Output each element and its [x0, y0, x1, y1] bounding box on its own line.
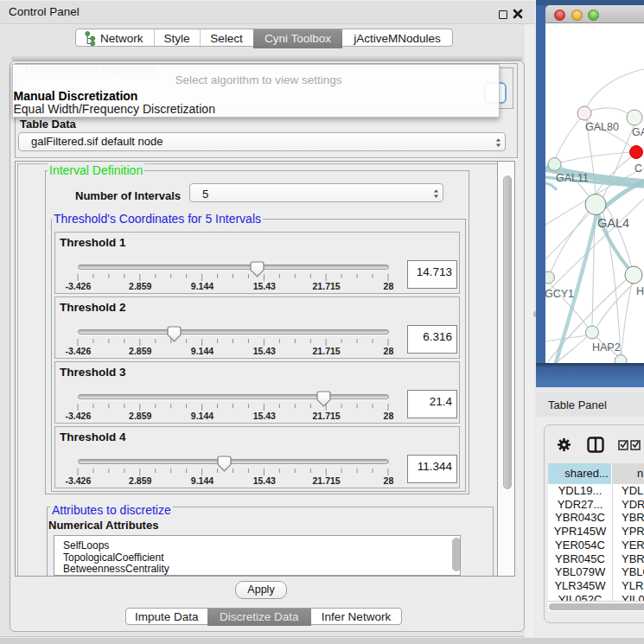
svg-text:GAL4: GAL4 [597, 216, 629, 230]
svg-text:C: C [634, 163, 642, 175]
svg-text:GAL80: GAL80 [585, 121, 619, 133]
svg-text:GAL11: GAL11 [556, 172, 589, 184]
svg-text:GA: GA [632, 126, 644, 138]
svg-text:H: H [636, 285, 644, 297]
svg-text:HAP2: HAP2 [592, 341, 621, 354]
svg-text:GCY1: GCY1 [545, 288, 574, 300]
